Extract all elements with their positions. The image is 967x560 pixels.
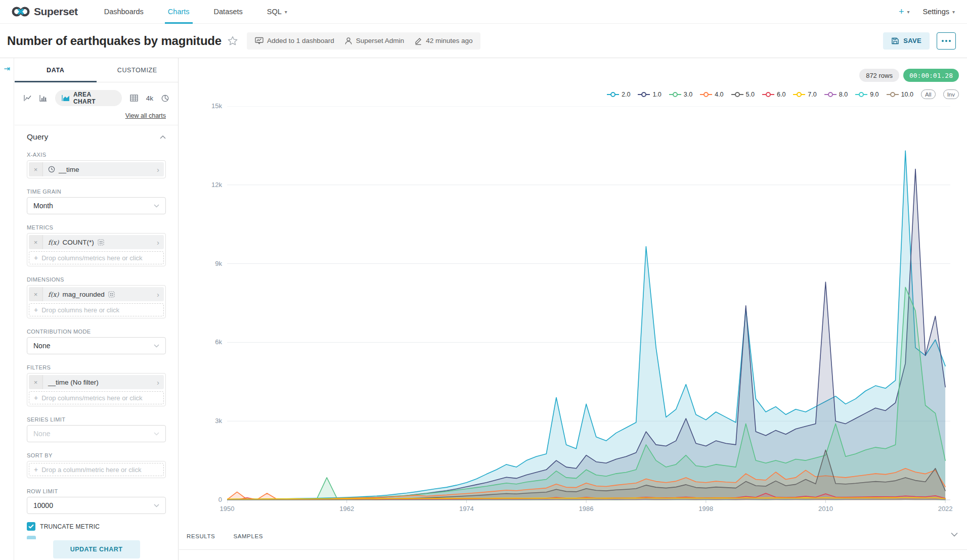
- filters-dropzone[interactable]: + Drop columns/metrics here or click: [29, 391, 164, 404]
- nav-item-charts[interactable]: Charts: [156, 0, 202, 24]
- field-label: FILTERS: [27, 364, 166, 370]
- legend-item[interactable]: 8.0: [824, 91, 848, 98]
- field-label: TIME GRAIN: [27, 189, 166, 195]
- pie-chart-icon[interactable]: [161, 95, 169, 102]
- legend-item[interactable]: 9.0: [855, 91, 878, 98]
- query-section-title: Query: [27, 132, 48, 142]
- legend-item[interactable]: 7.0: [793, 91, 816, 98]
- legend-item[interactable]: 10.0: [887, 91, 913, 98]
- chart-meta-badges: Added to 1 dashboard Superset Admin 42 m…: [247, 32, 480, 50]
- nav-item-sql[interactable]: SQL ▾: [255, 0, 299, 24]
- x-axis-tick-label: 1974: [449, 505, 484, 512]
- field-label: SERIES LIMIT: [27, 416, 166, 423]
- close-icon[interactable]: ×: [29, 162, 43, 176]
- y-axis-tick-label: 0: [194, 496, 222, 503]
- series-limit-select[interactable]: None: [27, 425, 166, 442]
- legend-marker-icon: [638, 92, 650, 97]
- field-label: DIMENSIONS: [27, 276, 166, 283]
- partial-checkbox[interactable]: [27, 536, 36, 539]
- owner-badge[interactable]: Superset Admin: [344, 37, 404, 45]
- collapse-panel-icon[interactable]: ⇥: [0, 64, 14, 73]
- row-limit-select[interactable]: 10000: [27, 497, 166, 514]
- control-panel: DATA CUSTOMIZE AREA CHART 4k View all ch…: [15, 58, 179, 560]
- time-grain-select[interactable]: Month: [27, 197, 166, 214]
- results-tabs: RESULTS SAMPLES: [187, 533, 263, 539]
- legend-all-button[interactable]: All: [921, 89, 936, 99]
- table-icon[interactable]: [130, 95, 138, 102]
- save-button[interactable]: SAVE: [883, 32, 930, 50]
- update-chart-button[interactable]: UPDATE CHART: [53, 540, 140, 558]
- section-contribution-mode: CONTRIBUTION MODE None: [27, 329, 166, 354]
- legend-item[interactable]: 6.0: [762, 91, 785, 98]
- close-icon[interactable]: ×: [29, 287, 43, 301]
- contribution-mode-select[interactable]: None: [27, 337, 166, 354]
- chevron-right-icon[interactable]: ›: [152, 378, 164, 387]
- viz-type-selected-area-chart[interactable]: AREA CHART: [55, 90, 122, 106]
- chart-header: Number of earthquakes by magnitude Added…: [0, 24, 967, 58]
- plus-icon: +: [34, 394, 38, 402]
- chevron-right-icon[interactable]: ›: [152, 165, 164, 174]
- more-options-button[interactable]: [937, 32, 956, 50]
- clock-icon: [48, 166, 55, 173]
- nav-item-dashboards[interactable]: Dashboards: [92, 0, 156, 24]
- chevron-down-icon: [154, 504, 159, 507]
- function-icon: f(x): [48, 291, 59, 298]
- dashboards-badge[interactable]: Added to 1 dashboard: [255, 37, 334, 44]
- viz-type-switcher: AREA CHART 4k: [24, 89, 169, 107]
- view-all-charts-link[interactable]: View all charts: [125, 112, 166, 119]
- legend-inv-button[interactable]: Inv: [943, 89, 959, 99]
- settings-menu[interactable]: Settings ▾: [923, 8, 955, 16]
- x-axis-tick-label: 1950: [209, 505, 245, 512]
- close-icon[interactable]: ×: [29, 375, 43, 389]
- legend-item[interactable]: 1.0: [638, 91, 661, 98]
- tab-samples[interactable]: SAMPLES: [233, 533, 263, 539]
- legend-item[interactable]: 2.0: [607, 91, 630, 98]
- favorite-star-icon[interactable]: [228, 36, 238, 46]
- area-chart-plot[interactable]: [227, 106, 950, 504]
- pencil-icon: [414, 37, 422, 45]
- chevron-right-icon[interactable]: ›: [152, 290, 164, 299]
- dimension-pill[interactable]: × f(x) mag_rounded ›: [29, 287, 164, 301]
- divider: [15, 125, 178, 125]
- truncate-metric-checkbox[interactable]: [27, 522, 35, 531]
- section-x-axis: X-AXIS × __time ›: [27, 152, 166, 178]
- filter-pill[interactable]: × __time (No filter) ›: [29, 375, 164, 389]
- chevron-down-icon: [154, 344, 159, 348]
- metrics-dropzone[interactable]: + Drop columns/metrics here or click: [29, 251, 164, 264]
- dimensions-dropzone[interactable]: + Drop columns here or click: [29, 303, 164, 316]
- legend-item[interactable]: 4.0: [700, 91, 723, 98]
- legend-item[interactable]: 3.0: [669, 91, 692, 98]
- x-axis-tick-label: 2010: [808, 505, 843, 512]
- dashboard-icon: [255, 37, 263, 44]
- user-icon: [344, 37, 353, 45]
- x-axis-tick-label: 1998: [688, 505, 724, 512]
- field-label: X-AXIS: [27, 152, 166, 158]
- brand-name: Superset: [34, 6, 78, 18]
- metric-pill[interactable]: × f(x) COUNT(*) ›: [29, 235, 164, 249]
- x-axis-tick-label: 1986: [568, 505, 604, 512]
- line-chart-icon[interactable]: [24, 95, 31, 102]
- tab-customize[interactable]: CUSTOMIZE: [97, 58, 179, 82]
- tab-results[interactable]: RESULTS: [187, 533, 215, 539]
- chart-legend: 2.0 1.0 3.0 4.0 5.0 6.0 7.0 8.0: [607, 89, 959, 99]
- tab-data[interactable]: DATA: [15, 58, 97, 82]
- last-modified-badge[interactable]: 42 minutes ago: [414, 37, 472, 45]
- plus-icon: +: [34, 306, 38, 314]
- bar-chart-icon[interactable]: [39, 95, 47, 102]
- viz-type-4k[interactable]: 4k: [146, 95, 153, 102]
- collapse-results-chevron-icon[interactable]: [951, 532, 958, 537]
- plus-icon: +: [34, 465, 38, 474]
- column-grid-icon: [108, 291, 115, 298]
- legend-item[interactable]: 5.0: [731, 91, 755, 98]
- sort-by-dropzone[interactable]: + Drop a column/metric here or click: [29, 463, 164, 476]
- new-item-button[interactable]: + ▾: [899, 7, 910, 17]
- close-icon[interactable]: ×: [29, 235, 43, 249]
- superset-logo[interactable]: Superset: [0, 6, 92, 18]
- nav-item-datasets[interactable]: Datasets: [202, 0, 255, 24]
- chevron-up-icon[interactable]: [160, 135, 166, 139]
- superset-infinity-icon: [11, 6, 30, 18]
- chevron-right-icon[interactable]: ›: [152, 238, 164, 247]
- x-axis-pill[interactable]: × __time ›: [29, 162, 164, 176]
- truncate-metric-label: TRUNCATE METRIC: [40, 523, 100, 530]
- legend-marker-icon: [855, 92, 867, 97]
